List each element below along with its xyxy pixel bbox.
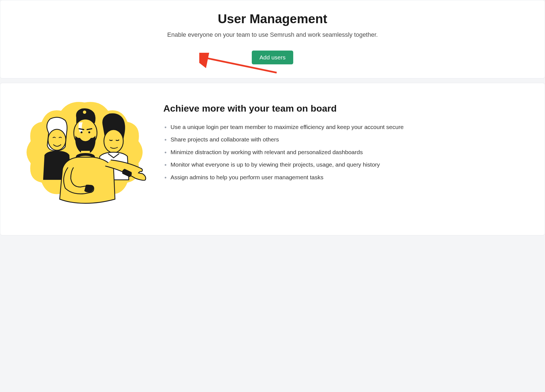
- svg-point-7: [88, 131, 90, 133]
- svg-point-4: [83, 111, 86, 114]
- info-heading: Achieve more with your team on board: [163, 102, 523, 114]
- feature-item: Assign admins to help you perform user m…: [163, 173, 523, 182]
- svg-point-3: [104, 130, 123, 153]
- svg-point-2: [48, 129, 66, 150]
- page-title: User Management: [17, 11, 528, 26]
- add-users-button[interactable]: Add users: [252, 51, 294, 64]
- feature-list: Use a unique login per team member to ma…: [163, 123, 523, 182]
- team-illustration: [22, 97, 147, 207]
- svg-point-6: [81, 131, 83, 133]
- page-subtitle: Enable everyone on your team to use Semr…: [17, 31, 528, 38]
- info-content: Achieve more with your team on board Use…: [163, 97, 523, 185]
- info-card: Achieve more with your team on board Use…: [0, 83, 545, 235]
- header-card: User Management Enable everyone on your …: [0, 0, 545, 78]
- feature-item: Monitor what everyone is up to by viewin…: [163, 160, 523, 169]
- feature-item: Share projects and collaborate with othe…: [163, 135, 523, 144]
- feature-item: Use a unique login per team member to ma…: [163, 123, 523, 131]
- feature-item: Minimize distraction by working with rel…: [163, 148, 523, 157]
